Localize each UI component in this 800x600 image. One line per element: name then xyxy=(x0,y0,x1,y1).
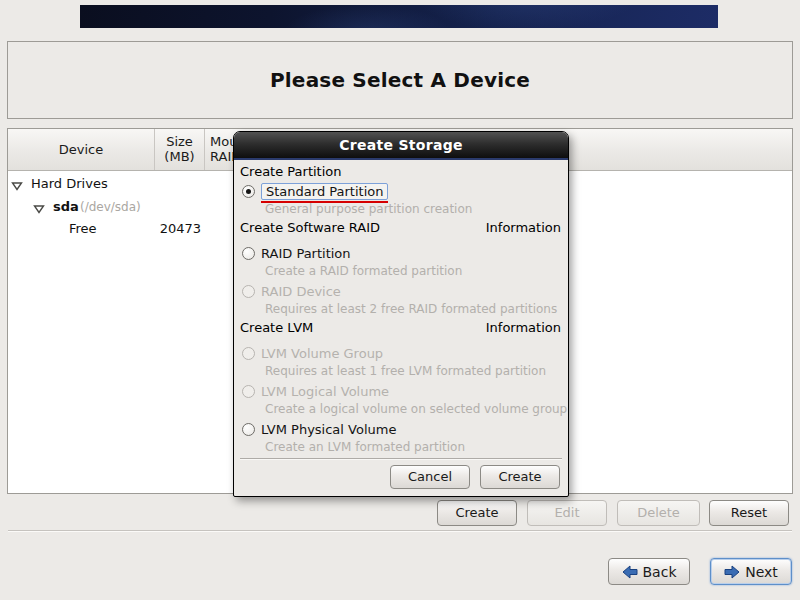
option-desc: Create a logical volume on selected volu… xyxy=(265,403,562,416)
option-label-lvm-physical-volume[interactable]: LVM Physical Volume xyxy=(261,422,396,437)
back-button[interactable]: Back xyxy=(608,558,690,585)
information-label: Information xyxy=(486,220,562,235)
option-label-lvm-logical-volume[interactable]: LVM Logical Volume xyxy=(261,384,389,399)
option-desc: Requires at least 1 free LVM formated pa… xyxy=(265,365,562,378)
column-divider[interactable] xyxy=(204,129,205,170)
create-button[interactable]: Create xyxy=(437,500,517,526)
option-label-raid-partition[interactable]: RAID Partition xyxy=(261,246,351,261)
tree-label: Hard Drives xyxy=(31,176,108,191)
option-standard-partition[interactable]: Standard Partition xyxy=(242,182,562,201)
back-arrow-icon xyxy=(622,565,638,579)
page-title: Please Select A Device xyxy=(8,42,792,118)
edit-button[interactable]: Edit xyxy=(527,500,607,526)
tree-label-device: sda xyxy=(53,199,79,214)
group-heading-create-partition: Create Partition xyxy=(240,164,342,179)
tree-label: Free xyxy=(69,221,97,236)
radio-lvm-volume-group[interactable] xyxy=(242,347,255,360)
group-heading-create-software-raid: Create Software RAID xyxy=(240,220,380,235)
radio-raid-partition[interactable] xyxy=(242,247,255,260)
option-desc: Requires at least 2 free RAID formated p… xyxy=(265,303,562,316)
option-lvm-logical-volume[interactable]: LVM Logical Volume xyxy=(242,382,562,401)
option-label-lvm-volume-group[interactable]: LVM Volume Group xyxy=(261,346,383,361)
dialog-titlebar[interactable]: Create Storage xyxy=(234,132,568,158)
option-lvm-physical-volume[interactable]: LVM Physical Volume xyxy=(242,420,562,439)
option-raid-partition[interactable]: RAID Partition xyxy=(242,244,562,263)
expander-icon[interactable] xyxy=(11,179,23,194)
option-label-raid-device[interactable]: RAID Device xyxy=(261,284,341,299)
free-size-value: 20473 xyxy=(148,221,201,236)
expander-icon[interactable] xyxy=(33,202,45,217)
dialog-button-divider xyxy=(240,458,562,460)
information-label: Information xyxy=(486,320,562,335)
footer-divider xyxy=(8,530,792,532)
next-button[interactable]: Next xyxy=(710,558,792,585)
delete-button[interactable]: Delete xyxy=(617,500,700,526)
radio-raid-device[interactable] xyxy=(242,285,255,298)
option-desc: Create a RAID formated partition xyxy=(265,265,562,278)
option-label-standard-partition[interactable]: Standard Partition xyxy=(261,183,388,200)
column-header-device[interactable]: Device xyxy=(8,129,154,170)
group-heading-create-lvm: Create LVM xyxy=(240,320,313,335)
radio-lvm-physical-volume[interactable] xyxy=(242,423,255,436)
option-desc: General purpose partition creation xyxy=(265,203,562,216)
reset-button[interactable]: Reset xyxy=(709,500,789,526)
dialog-title: Create Storage xyxy=(339,137,463,153)
tree-label-device-path: (/dev/sda) xyxy=(80,200,141,214)
next-arrow-icon xyxy=(724,565,740,579)
option-raid-device[interactable]: RAID Device xyxy=(242,282,562,301)
option-lvm-volume-group[interactable]: LVM Volume Group xyxy=(242,344,562,363)
radio-lvm-logical-volume[interactable] xyxy=(242,385,255,398)
create-storage-dialog: Create Storage Create Partition Standard… xyxy=(233,131,569,497)
column-header-size[interactable]: Size (MB) xyxy=(155,134,204,164)
brand-banner xyxy=(80,5,718,28)
option-desc: Create an LVM formated partition xyxy=(265,441,562,454)
dialog-create-button[interactable]: Create xyxy=(480,465,560,489)
radio-standard-partition[interactable] xyxy=(242,185,255,198)
dialog-cancel-button[interactable]: Cancel xyxy=(390,465,470,489)
title-panel: Please Select A Device xyxy=(7,41,793,119)
